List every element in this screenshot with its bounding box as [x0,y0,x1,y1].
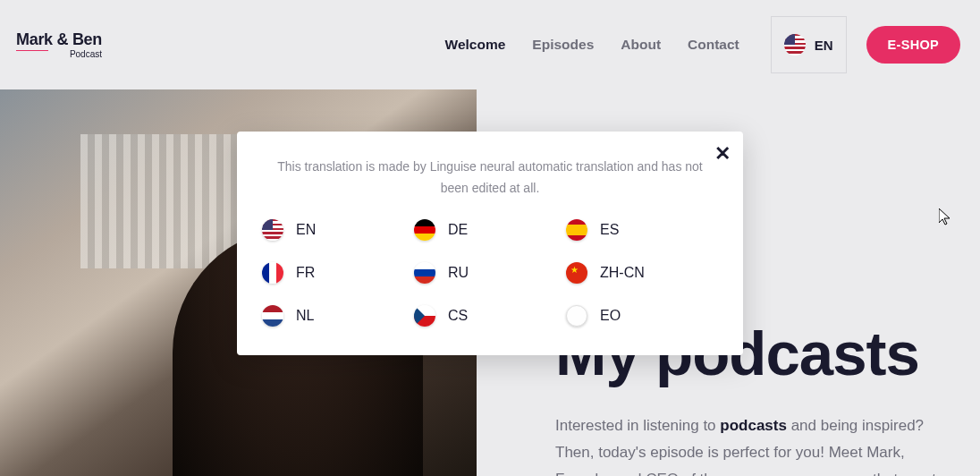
flag-ru-icon [414,262,435,284]
flag-fr-icon [262,262,283,284]
language-modal-overlay: ✕ This translation is made by Linguise n… [0,0,980,476]
lang-option-es[interactable]: ES [566,216,718,244]
lang-option-zh-cn[interactable]: ZH-CN [566,259,718,287]
lang-option-eo[interactable]: EO [566,302,718,330]
close-icon[interactable]: ✕ [714,142,731,166]
lang-label: RU [448,265,469,281]
lang-option-nl[interactable]: NL [262,302,414,330]
lang-option-cs[interactable]: CS [414,302,566,330]
lang-label: DE [448,222,468,238]
lang-label: ES [600,222,619,238]
flag-cn-icon [566,262,587,284]
cursor-icon [939,208,953,226]
lang-label: ZH-CN [600,265,645,281]
language-modal: ✕ This translation is made by Linguise n… [237,132,743,355]
flag-nl-icon [262,305,283,327]
lang-label: EN [296,222,316,238]
flag-cs-icon [414,305,435,327]
flag-us-icon [262,219,283,241]
lang-label: EO [600,308,621,324]
lang-option-fr[interactable]: FR [262,259,414,287]
lang-option-de[interactable]: DE [414,216,566,244]
lang-label: NL [296,308,314,324]
lang-label: CS [448,308,468,324]
lang-option-en[interactable]: EN [262,216,414,244]
flag-de-icon [414,219,435,241]
language-grid: EN DE ES FR RU ZH-CN [262,216,718,330]
lang-label: FR [296,265,315,281]
flag-eo-icon [566,305,587,327]
modal-disclaimer-text: This translation is made by Linguise neu… [262,157,718,200]
flag-es-icon [566,219,587,241]
lang-option-ru[interactable]: RU [414,259,566,287]
